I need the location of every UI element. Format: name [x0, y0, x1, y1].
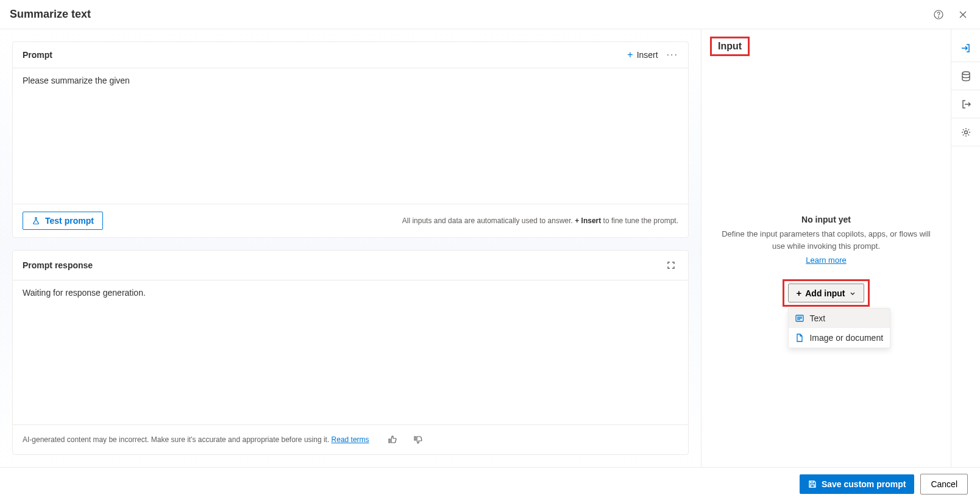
input-tab[interactable]: Input — [710, 37, 750, 56]
text-icon — [795, 313, 804, 323]
page-title: Summarize text — [10, 8, 91, 21]
dropdown-item-text-label: Text — [809, 313, 825, 323]
prompt-header-label: Prompt — [23, 50, 52, 60]
save-label: Save custom prompt — [822, 479, 906, 489]
prompt-text: Please summarize the given — [23, 76, 678, 85]
dropdown-item-image-doc[interactable]: Image or document — [789, 328, 890, 348]
response-card: Prompt response Waiting for response gen… — [12, 250, 689, 455]
rail-data-button[interactable] — [951, 62, 981, 90]
svg-point-1 — [939, 16, 939, 17]
insert-button[interactable]: + Insert — [627, 50, 658, 60]
flask-icon — [32, 216, 40, 225]
top-bar: Summarize text — [0, 0, 980, 29]
close-icon — [958, 10, 968, 20]
thumbs-up-button[interactable] — [385, 432, 400, 447]
prompt-footer-hint: All inputs and data are automatically us… — [402, 216, 678, 225]
add-input-wrap: + Add input Text Image — [783, 279, 869, 307]
expand-button[interactable] — [664, 258, 678, 273]
response-header: Prompt response — [13, 251, 688, 280]
insert-label: Insert — [637, 50, 658, 60]
test-prompt-label: Test prompt — [45, 216, 94, 226]
learn-more-link[interactable]: Learn more — [806, 255, 846, 265]
rail-input-button[interactable] — [951, 34, 981, 62]
plus-icon: + — [796, 288, 801, 298]
expand-icon — [666, 260, 676, 270]
response-waiting: Waiting for response generation. — [23, 288, 146, 298]
prompt-footer: Test prompt All inputs and data are auto… — [13, 204, 688, 237]
close-button[interactable] — [956, 7, 970, 22]
dropdown-item-text[interactable]: Text — [789, 309, 890, 328]
thumbs-down-icon — [413, 435, 423, 445]
disclaimer-text: AI-generated content may be incorrect. M… — [23, 435, 369, 444]
add-input-dropdown: Text Image or document — [788, 308, 890, 348]
database-icon — [960, 71, 971, 82]
top-bar-actions — [931, 7, 970, 22]
side-rail — [951, 29, 980, 467]
prompt-body[interactable]: Please summarize the given — [13, 68, 688, 204]
main-area: Prompt + Insert ··· Please summarize the… — [0, 29, 980, 467]
cancel-button[interactable]: Cancel — [920, 474, 968, 495]
test-prompt-button[interactable]: Test prompt — [23, 212, 103, 230]
add-input-label: Add input — [805, 288, 845, 298]
thumbs-down-button[interactable] — [411, 432, 425, 447]
save-icon — [808, 480, 817, 488]
input-rail-icon — [960, 43, 971, 54]
thumbs-up-icon — [388, 435, 397, 445]
document-icon — [795, 333, 804, 343]
rail-settings-button[interactable] — [951, 118, 981, 146]
response-body: Waiting for response generation. — [13, 280, 688, 424]
output-icon — [960, 99, 971, 110]
left-column: Prompt + Insert ··· Please summarize the… — [0, 29, 701, 467]
no-input-block: No input yet Define the input parameters… — [710, 215, 942, 307]
help-button[interactable] — [931, 7, 946, 22]
bottom-bar: Save custom prompt Cancel — [0, 467, 980, 500]
dropdown-item-image-doc-label: Image or document — [809, 333, 883, 343]
svg-point-9 — [964, 130, 967, 134]
more-button[interactable]: ··· — [667, 49, 678, 60]
response-footer: AI-generated content may be incorrect. M… — [13, 424, 688, 454]
save-button[interactable]: Save custom prompt — [800, 474, 914, 494]
no-input-title: No input yet — [801, 215, 851, 224]
feedback-buttons — [385, 432, 425, 447]
no-input-desc: Define the input parameters that copilot… — [719, 228, 934, 252]
rail-output-button[interactable] — [951, 90, 981, 118]
add-input-button[interactable]: + Add input — [788, 284, 864, 302]
chevron-down-icon — [849, 290, 856, 297]
prompt-header-actions: + Insert ··· — [627, 49, 678, 60]
input-panel: Input No input yet Define the input para… — [701, 29, 951, 467]
more-icon: ··· — [667, 49, 678, 60]
gear-icon — [960, 127, 971, 138]
help-icon — [934, 10, 943, 20]
plus-icon: + — [627, 50, 633, 60]
prompt-card: Prompt + Insert ··· Please summarize the… — [12, 41, 689, 238]
prompt-card-header: Prompt + Insert ··· — [13, 42, 688, 68]
response-header-label: Prompt response — [23, 260, 93, 270]
svg-point-8 — [962, 71, 970, 74]
read-terms-link[interactable]: Read terms — [332, 435, 369, 444]
